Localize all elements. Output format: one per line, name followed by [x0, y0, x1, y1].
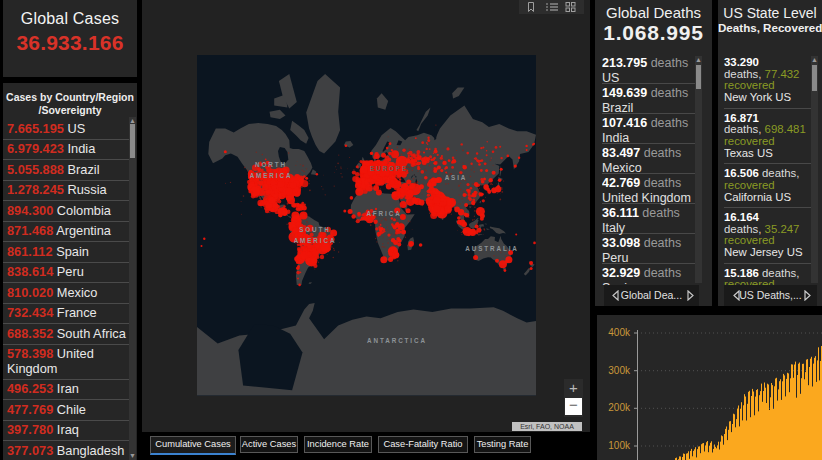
svg-text:ASIA: ASIA: [445, 174, 468, 181]
svg-text:AMERICA: AMERICA: [250, 172, 293, 179]
svg-text:300k: 300k: [608, 365, 631, 376]
svg-text:400k: 400k: [608, 327, 631, 338]
svg-text:100k: 100k: [608, 440, 631, 451]
svg-text:AUSTRALIA: AUSTRALIA: [465, 245, 518, 252]
svg-text:SOUTH: SOUTH: [299, 226, 331, 233]
svg-text:AFRICA: AFRICA: [366, 210, 401, 217]
svg-text:200k: 200k: [608, 402, 631, 413]
svg-text:ANTARCTICA: ANTARCTICA: [367, 337, 427, 344]
svg-text:NORTH: NORTH: [255, 161, 287, 168]
svg-text:AMERICA: AMERICA: [294, 237, 337, 244]
svg-text:EUROPE: EUROPE: [370, 165, 408, 172]
